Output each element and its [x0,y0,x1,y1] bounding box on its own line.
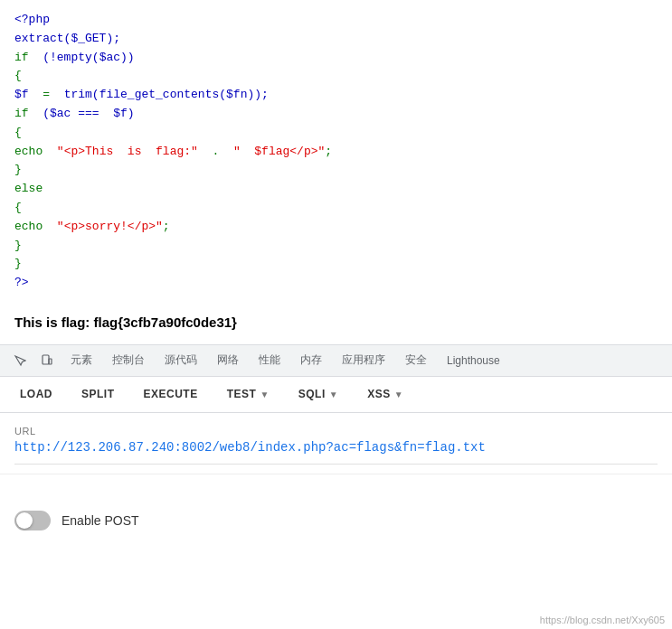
enable-post-section: Enable POST [0,493,672,549]
code-line-14: } [14,255,658,274]
code-line-4: { [14,67,658,86]
sqli-dropdown-icon: ▼ [329,390,338,399]
flag-result: This is flag: flag{3cfb7a90fc0de31} [0,304,672,344]
enable-post-label: Enable POST [62,513,139,528]
load-button[interactable]: LOAD [7,382,65,406]
watermark: https://blog.csdn.net/Xxy605 [540,615,665,625]
sqli-button[interactable]: SQLI ▼ [286,382,351,406]
devtools-tab-lighthouse[interactable]: Lighthouse [438,351,509,371]
devtools-tab-elements[interactable]: 元素 [62,349,101,371]
code-line-2: extract($_GET); [14,30,658,49]
code-line-12: echo "<p>sorry!</p>"; [14,218,658,237]
svg-rect-0 [43,355,49,364]
toggle-knob [16,512,33,529]
url-value[interactable]: http://123.206.87.240:8002/web8/index.ph… [14,440,658,455]
code-line-10: else [14,180,658,199]
split-button[interactable]: SPLIT [69,382,128,406]
devtools-tab-performance[interactable]: 性能 [250,349,289,371]
code-line-1: <?php [14,11,658,30]
code-line-7: { [14,124,658,143]
cursor-icon[interactable] [7,348,33,373]
devtools-tab-security[interactable]: 安全 [396,349,436,371]
url-section: URL http://123.206.87.240:8002/web8/inde… [0,413,672,474]
code-line-11: { [14,199,658,218]
test-dropdown-icon: ▼ [260,390,269,399]
devtools-tab-application[interactable]: 应用程序 [333,349,394,371]
device-icon[interactable] [34,348,60,373]
spacer [0,474,672,493]
code-line-8: echo "<p>This is flag:" . " $flag</p>"; [14,143,658,162]
xss-button[interactable]: XSS ▼ [355,382,416,406]
code-display: <?php extract($_GET); if (!empty($ac)) {… [0,0,672,304]
execute-button[interactable]: EXECUTE [131,382,211,406]
code-line-13: } [14,237,658,256]
devtools-tab-sources[interactable]: 源代码 [156,349,206,371]
url-label: URL [14,426,658,437]
xss-dropdown-icon: ▼ [394,390,403,399]
devtools-tab-console[interactable]: 控制台 [103,349,154,371]
svg-rect-1 [49,359,52,364]
flag-result-text: This is flag: flag{3cfb7a90fc0de31} [14,314,237,330]
devtools-tab-network[interactable]: 网络 [208,349,248,371]
code-line-3: if (!empty($ac)) [14,49,658,68]
devtools-tab-memory[interactable]: 内存 [291,349,331,371]
code-line-15: ?> [14,274,658,293]
test-button[interactable]: TEST ▼ [214,382,282,406]
enable-post-toggle[interactable] [14,511,51,530]
devtools-toolbar: 元素 控制台 源代码 网络 性能 内存 应用程序 安全 Lighthouse [0,344,672,377]
url-divider [14,464,658,465]
code-line-5: $f = trim(file_get_contents($fn)); [14,86,658,105]
tool-buttons-bar: LOAD SPLIT EXECUTE TEST ▼ SQLI ▼ XSS ▼ [0,377,672,413]
code-line-6: if ($ac === $f) [14,105,658,124]
code-line-9: } [14,161,658,180]
